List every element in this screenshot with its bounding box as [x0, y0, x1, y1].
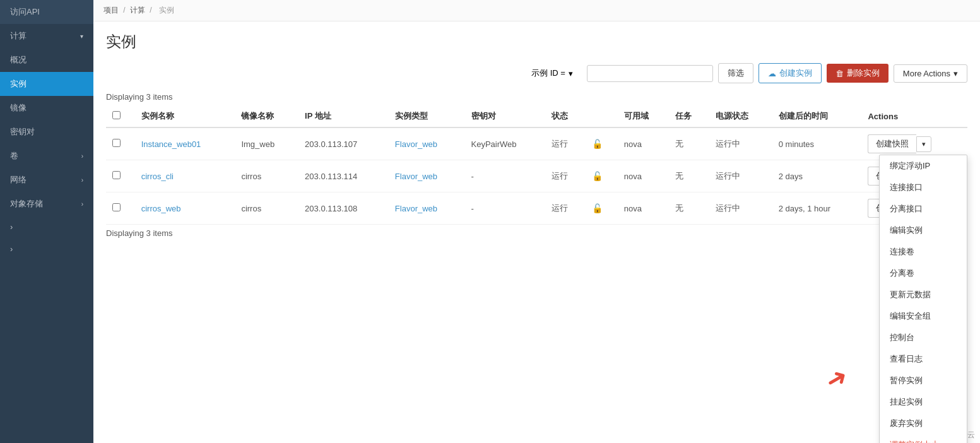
row-ip: 203.0.113.108 [298, 192, 389, 225]
row-task: 无 [669, 127, 709, 160]
row-name: cirros_cli [135, 160, 235, 192]
dropdown-item[interactable]: 分离接口 [880, 198, 967, 220]
row-created: 2 days, 1 hour [772, 192, 862, 225]
sidebar-item-overview[interactable]: 概况 [0, 48, 93, 72]
search-input[interactable] [587, 65, 713, 82]
row-checkbox[interactable] [112, 139, 121, 147]
dropdown-item[interactable]: 更新元数据 [880, 284, 967, 305]
row-task: 无 [669, 192, 709, 225]
chevron-down-icon: ▾ [80, 33, 83, 40]
sidebar-item-instances[interactable]: 实例 [0, 72, 93, 96]
display-count-bottom: Displaying 3 items [106, 225, 967, 242]
dropdown-item[interactable]: 编辑安全组 [880, 305, 967, 327]
create-button-label: 创建实例 [779, 68, 812, 79]
breadcrumb-project[interactable]: 项目 [103, 6, 119, 15]
col-keypair: 密钥对 [465, 105, 545, 127]
filter-select-label: 示例 ID = [531, 68, 565, 79]
sidebar-item-label: 对象存储 [10, 198, 43, 210]
dropdown-item[interactable]: 连接接口 [880, 177, 967, 198]
instance-name-link[interactable]: cirros_cli [141, 172, 174, 181]
sidebar-item-volumes[interactable]: 卷 › [0, 144, 93, 168]
more-actions-label: More Actions [903, 69, 950, 78]
row-status-icon: 🔓 [586, 160, 618, 192]
row-status: 运行 [545, 127, 586, 160]
sidebar-item-extra1[interactable]: › [0, 216, 93, 238]
row-power: 运行中 [709, 127, 772, 160]
cloud-icon: ☁ [768, 69, 776, 78]
filter-button-label: 筛选 [728, 68, 744, 79]
breadcrumb-sep1: / [123, 6, 127, 15]
sidebar-item-compute[interactable]: 计算 ▾ [0, 24, 93, 48]
row-created: 0 minutes [772, 127, 862, 160]
row-flavor: Flavor_web [389, 127, 465, 160]
dropdown-item[interactable]: 暂停实例 [880, 370, 967, 391]
dropdown-item[interactable]: 绑定浮动IP [880, 155, 967, 177]
sidebar-item-network[interactable]: 网络 › [0, 168, 93, 192]
row-checkbox[interactable] [112, 171, 121, 179]
table-row: cirros_cli cirros 203.0.113.114 Flavor_w… [106, 160, 967, 192]
more-actions-button[interactable]: More Actions ▾ [894, 64, 967, 83]
breadcrumb: 项目 / 计算 / 实例 [93, 0, 980, 21]
row-image: cirros [235, 192, 298, 225]
col-power: 电源状态 [709, 105, 772, 127]
row-ip: 203.0.113.114 [298, 160, 389, 192]
sidebar-item-label: 镜像 [10, 102, 27, 114]
sidebar-item-label: 密钥对 [10, 126, 35, 138]
row-checkbox-cell [106, 192, 135, 225]
instance-id-filter-select[interactable]: 示例 ID = ▾ [522, 64, 582, 83]
row-checkbox-cell [106, 160, 135, 192]
col-status-icon [586, 105, 618, 127]
table-row: cirros_web cirros 203.0.113.108 Flavor_w… [106, 192, 967, 225]
sidebar-item-keypairs[interactable]: 密钥对 [0, 120, 93, 144]
col-status: 状态 [545, 105, 586, 127]
sidebar-item-label: 概况 [10, 54, 27, 66]
lock-icon: 🔓 [592, 139, 603, 149]
sidebar-item-object-storage[interactable]: 对象存储 › [0, 192, 93, 216]
col-actions: Actions [861, 105, 967, 127]
row-created: 2 days [772, 160, 862, 192]
instance-name-link[interactable]: cirros_web [141, 204, 181, 213]
breadcrumb-compute[interactable]: 计算 [130, 6, 145, 15]
dropdown-item[interactable]: 废弃实例 [880, 413, 967, 434]
row-ip: 203.0.113.107 [298, 127, 389, 160]
row-checkbox[interactable] [112, 203, 121, 211]
dropdown-item[interactable]: 连接卷 [880, 241, 967, 263]
sidebar-item-api[interactable]: 访问API [0, 0, 93, 24]
instance-name-link[interactable]: Instance_web01 [141, 139, 201, 149]
dropdown-item[interactable]: 编辑实例 [880, 220, 967, 241]
delete-button-label: 删除实例 [847, 68, 880, 79]
sidebar-item-label: 实例 [10, 78, 27, 90]
sidebar-item-images[interactable]: 镜像 [0, 96, 93, 120]
filter-button[interactable]: 筛选 [718, 63, 753, 83]
row-az: nova [618, 127, 670, 160]
dropdown-item[interactable]: 查看日志 [880, 348, 967, 370]
dropdown-item[interactable]: 挂起实例 [880, 391, 967, 413]
row-az: nova [618, 192, 670, 225]
flavor-link[interactable]: Flavor_web [395, 204, 437, 213]
chevron-right-icon: › [10, 244, 13, 254]
row-action-main-button[interactable]: 创建快照 [868, 134, 916, 153]
col-name: 实例名称 [135, 105, 235, 127]
sidebar-item-extra2[interactable]: › [0, 238, 93, 260]
col-checkbox [106, 105, 135, 127]
row-image: Img_web [235, 127, 298, 160]
col-created: 创建后的时间 [772, 105, 862, 127]
row-power: 运行中 [709, 160, 772, 192]
col-task: 任务 [669, 105, 709, 127]
dropdown-item[interactable]: 调整实例大小 [880, 434, 967, 443]
table-row: Instance_web01 Img_web 203.0.113.107 Fla… [106, 127, 967, 160]
trash-icon: 🗑 [835, 69, 844, 78]
select-all-checkbox[interactable] [112, 111, 121, 119]
flavor-link[interactable]: Flavor_web [395, 139, 437, 149]
lock-icon: 🔓 [592, 171, 603, 181]
create-instance-button[interactable]: ☁ 创建实例 [759, 63, 822, 83]
dropdown-item[interactable]: 控制台 [880, 327, 967, 348]
row-action-dropdown-button[interactable]: ▾ [916, 136, 931, 152]
row-keypair: - [465, 192, 545, 225]
col-image: 镜像名称 [235, 105, 298, 127]
delete-instance-button[interactable]: 🗑 删除实例 [827, 64, 888, 83]
flavor-link[interactable]: Flavor_web [395, 172, 437, 181]
col-flavor: 实例类型 [389, 105, 465, 127]
sidebar-item-label: 计算 [10, 30, 27, 42]
dropdown-item[interactable]: 分离卷 [880, 263, 967, 284]
